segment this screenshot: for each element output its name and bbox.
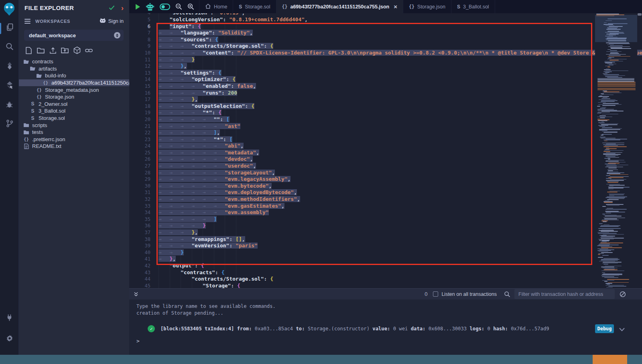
settings-icon[interactable] xyxy=(5,334,14,343)
code-line-39[interactable]: 39→→→"evmVersion": "paris" xyxy=(129,243,642,249)
code-line-16[interactable]: 16→→→→"runs": 200 xyxy=(129,90,642,97)
chevron-right-icon[interactable]: › xyxy=(121,4,124,12)
code-line-11[interactable]: 11→→→} xyxy=(129,57,642,63)
expand-transaction-icon[interactable] xyxy=(619,326,625,334)
code-line-45[interactable]: 45"Storage": { xyxy=(129,283,642,288)
code-line-18[interactable]: 18→→→"outputSelection": { xyxy=(129,103,642,110)
code-line-43[interactable]: 43"contracts": { xyxy=(129,269,642,276)
code-line-5[interactable]: 5"solcLongVersion": "0.8.19+commit.7dd6d… xyxy=(129,16,642,23)
code-line-15[interactable]: 15→→→→"enabled": false, xyxy=(129,83,642,90)
new-file-icon[interactable] xyxy=(25,47,33,54)
code-line-35[interactable]: 35→→→→→] xyxy=(129,216,642,223)
check-icon[interactable] xyxy=(109,5,115,10)
tree-item-2-owner-sol[interactable]: S2_Owner.sol xyxy=(19,101,129,108)
code-line-37[interactable]: 37→→→}, xyxy=(129,229,642,236)
terminal-prompt[interactable]: > xyxy=(136,338,642,344)
robot-button[interactable] xyxy=(146,3,154,11)
hamburger-menu-icon[interactable] xyxy=(24,19,30,24)
zoom-out-button[interactable] xyxy=(175,3,182,10)
code-line-24[interactable]: 24→→→→→→"abi", xyxy=(129,143,642,150)
new-folder-icon[interactable] xyxy=(37,47,45,54)
link-icon[interactable] xyxy=(85,47,93,54)
code-editor[interactable]: 4"solcVersion": "0.8.19",5"solcLongVersi… xyxy=(129,13,642,288)
listen-checkbox[interactable] xyxy=(433,291,438,297)
code-line-12[interactable]: 12→→}, xyxy=(129,63,642,70)
tab-storage-sol[interactable]: SStorage.sol xyxy=(233,0,276,13)
tree-item-storage-metadata-json[interactable]: {}Storage_metadata.json xyxy=(19,86,129,93)
play-button[interactable] xyxy=(135,4,140,10)
tab-storage-json[interactable]: {}Storage.json xyxy=(403,0,451,13)
debugger-icon[interactable] xyxy=(5,99,14,109)
close-tab-icon[interactable]: × xyxy=(394,4,397,10)
upload-file-icon[interactable] xyxy=(49,47,57,54)
code-line-33[interactable]: 33→→→→→→"evm.gasEstimates", xyxy=(129,203,642,210)
search-icon[interactable] xyxy=(504,291,510,297)
code-line-41[interactable]: 41→}, xyxy=(129,256,642,263)
upload-folder-icon[interactable] xyxy=(61,47,69,54)
tree-item-readme-txt[interactable]: README.txt xyxy=(19,143,129,150)
tab-home[interactable]: Home xyxy=(199,0,233,13)
git-icon[interactable] xyxy=(5,119,14,128)
code-line-44[interactable]: 44"contracts/Storage.sol": { xyxy=(129,276,642,283)
tree-item-tests[interactable]: tests xyxy=(19,129,129,136)
code-line-36[interactable]: 36→→→→} xyxy=(129,222,642,229)
plugin-manager-icon[interactable] xyxy=(5,313,14,322)
code-line-29[interactable]: 29→→→→→→"evm.legacyAssembly", xyxy=(129,176,642,183)
code-line-21[interactable]: 21→→→→→→"ast" xyxy=(129,123,642,130)
code-line-14[interactable]: 14→→→"optimizer": { xyxy=(129,76,642,83)
transaction-summary[interactable]: [block:5583405 txIndex:4] from: 0xa03...… xyxy=(160,326,549,332)
tree-item-a69b43f277ba20fcac141151250ca7-[interactable]: {}a69b43f277ba20fcac141151250ca7... xyxy=(19,79,129,87)
tree-item-contracts[interactable]: contracts xyxy=(19,58,129,65)
code-line-40[interactable]: 40→→} xyxy=(129,249,642,256)
code-line-6[interactable]: 6"input": { xyxy=(129,23,642,30)
tree-item--prettierrc-json[interactable]: {}.prettierrc.json xyxy=(19,136,129,143)
toggle-button[interactable] xyxy=(160,4,170,10)
remix-logo[interactable] xyxy=(2,2,16,16)
tab-3-ballot-sol[interactable]: S3_Ballot.sol xyxy=(451,0,495,13)
code-line-34[interactable]: 34→→→→→→"evm.assembly" xyxy=(129,209,642,216)
code-line-31[interactable]: 31→→→→→→"evm.deployedBytecode", xyxy=(129,189,642,196)
code-line-27[interactable]: 27→→→→→→"userdoc", xyxy=(129,163,642,170)
code-line-7[interactable]: 7→→"language": "Solidity", xyxy=(129,30,642,36)
ipfs-box-icon[interactable] xyxy=(73,47,81,54)
code-line-17[interactable]: 17→→→}, xyxy=(129,96,642,103)
code-line-32[interactable]: 32→→→→→→"evm.methodIdentifiers", xyxy=(129,196,642,203)
code-line-19[interactable]: 19→→→→"*": { xyxy=(129,109,642,116)
tab-a69b43f277ba20fcac141151250ca755-json[interactable]: {}a69b43f277ba20fcac141151250ca755.json× xyxy=(276,0,403,13)
code-line-10[interactable]: 10→→→→"content": "// SPDX-License-Identi… xyxy=(129,50,642,57)
tree-item-3-ballot-sol[interactable]: S3_Ballot.sol xyxy=(19,107,129,115)
transaction-filter-input[interactable] xyxy=(514,289,615,299)
tree-item-build-info[interactable]: build-info xyxy=(19,72,129,79)
code-line-30[interactable]: 30→→→→→→"evm.bytecode", xyxy=(129,183,642,190)
tree-item-artifacts[interactable]: artifacts xyxy=(19,65,129,73)
tree-item-scripts[interactable]: scripts xyxy=(19,121,129,129)
deploy-run-icon[interactable] xyxy=(5,80,14,90)
solidity-compiler-icon[interactable] xyxy=(5,61,14,71)
code-line-28[interactable]: 28→→→→→→"storageLayout", xyxy=(129,170,642,176)
github-sign-in-button[interactable]: Sign in xyxy=(100,18,124,24)
code-line-25[interactable]: 25→→→→→→"metadata", xyxy=(129,150,642,156)
code-line-20[interactable]: 20→→→→→"": [ xyxy=(129,116,642,123)
code-line-9[interactable]: 9→→→"contracts/Storage.sol": { xyxy=(129,43,642,50)
debug-button[interactable]: Debug xyxy=(595,324,614,333)
tree-item-storage-json[interactable]: {}Storage.json xyxy=(19,93,129,101)
clear-console-icon[interactable] xyxy=(620,291,626,297)
code-line-42[interactable]: 42"output": { xyxy=(129,263,642,269)
code-line-8[interactable]: 8→→"sources": { xyxy=(129,36,642,43)
workspace-select[interactable]: default_workspace xyxy=(24,30,124,41)
listen-label[interactable]: Listen on all transactions xyxy=(441,291,497,297)
code-line-38[interactable]: 38→→→"remappings": [], xyxy=(129,236,642,243)
code-line-23[interactable]: 23→→→→→"*": [ xyxy=(129,136,642,143)
minimap-viewport[interactable] xyxy=(595,15,637,42)
file-explorer-icon[interactable] xyxy=(5,22,14,32)
zoom-in-button[interactable] xyxy=(187,3,194,10)
expand-terminal-icon[interactable] xyxy=(133,291,139,297)
editor-scrollbar[interactable] xyxy=(637,13,642,288)
code-line-4[interactable]: 4"solcVersion": "0.8.19", xyxy=(129,13,642,16)
code-line-26[interactable]: 26→→→→→→"devdoc", xyxy=(129,156,642,163)
minimap[interactable] xyxy=(595,13,637,288)
search-icon[interactable] xyxy=(5,42,14,51)
tree-item-storage-sol[interactable]: SStorage.sol xyxy=(19,115,129,122)
scrollbar-thumb[interactable] xyxy=(638,13,642,16)
code-line-22[interactable]: 22→→→→→], xyxy=(129,129,642,136)
